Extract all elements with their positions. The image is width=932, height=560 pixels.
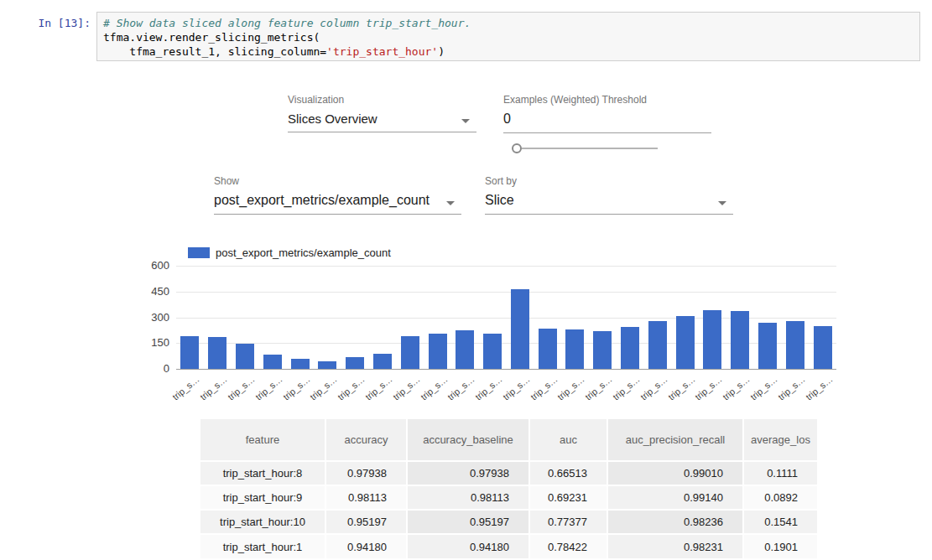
metric-cell: 0.1901 xyxy=(743,534,817,558)
chevron-down-icon xyxy=(461,119,470,123)
metrics-table-head-row: featureaccuracyaccuracy_baselineaucauc_p… xyxy=(200,419,817,461)
metric-cell: 0.97938 xyxy=(407,461,529,485)
metrics-table-body: trip_start_hour:80.979380.979380.665130.… xyxy=(200,461,817,558)
bar[interactable] xyxy=(676,316,695,369)
metric-cell: 0.98236 xyxy=(607,510,743,534)
bar[interactable] xyxy=(621,327,639,369)
column-header: auc xyxy=(529,419,607,461)
bar[interactable] xyxy=(814,326,832,369)
metric-cell: 0.78422 xyxy=(529,534,607,558)
bar[interactable] xyxy=(731,311,749,369)
bar[interactable] xyxy=(263,355,282,369)
input-prompt: In [13]: xyxy=(23,17,91,29)
table-row[interactable]: trip_start_hour:90.981130.981130.692310.… xyxy=(200,485,817,510)
metric-cell: 0.94180 xyxy=(325,534,407,558)
show-select[interactable]: post_export_metrics/example_count xyxy=(214,191,461,215)
y-axis-tick-label: 0 xyxy=(134,362,169,375)
sort-select[interactable]: Slice xyxy=(485,191,733,215)
slider-track[interactable] xyxy=(522,148,658,149)
y-axis-tick-label: 150 xyxy=(134,336,169,349)
column-header: accuracy_baseline xyxy=(407,419,529,461)
code-string: 'trip_start_hour' xyxy=(326,45,438,58)
bar[interactable] xyxy=(401,336,419,369)
bar[interactable] xyxy=(346,357,364,369)
metric-cell: 0.1111 xyxy=(743,461,817,485)
bar-chart-plot: 6004503001500trip_s…trip_s…trip_s…trip_s… xyxy=(176,266,836,369)
feature-cell: trip_start_hour:8 xyxy=(200,461,325,485)
y-axis-tick-label: 450 xyxy=(134,285,169,298)
chart-legend: post_export_metrics/example_count xyxy=(188,246,391,259)
threshold-slider[interactable] xyxy=(512,143,658,153)
sort-value: Slice xyxy=(485,193,514,207)
bar[interactable] xyxy=(703,310,721,369)
metric-cell: 0.77377 xyxy=(529,510,607,534)
visualization-select[interactable]: Slices Overview xyxy=(288,110,476,132)
metric-cell: 0.98231 xyxy=(607,534,743,558)
bar[interactable] xyxy=(318,361,336,369)
metric-cell: 0.0892 xyxy=(743,485,817,510)
metric-cell: 0.94180 xyxy=(407,534,529,558)
column-header: feature xyxy=(200,419,325,461)
threshold-widget: Examples (Weighted) Threshold xyxy=(503,94,711,133)
bar[interactable] xyxy=(208,337,226,369)
table-row[interactable]: trip_start_hour:10.941800.941800.784220.… xyxy=(200,534,817,558)
metrics-table: featureaccuracyaccuracy_baselineaucauc_p… xyxy=(199,419,817,558)
metric-cell: 0.97938 xyxy=(325,461,407,485)
table-row[interactable]: trip_start_hour:100.951970.951970.773770… xyxy=(200,510,817,534)
bar[interactable] xyxy=(236,344,254,369)
bar[interactable] xyxy=(180,336,199,369)
code-cell[interactable]: # Show data sliced along feature column … xyxy=(96,12,920,61)
bar[interactable] xyxy=(429,334,447,369)
table-row[interactable]: trip_start_hour:80.979380.979380.665130.… xyxy=(200,461,817,485)
code-text: tfma_result_1, slicing_column= xyxy=(103,45,326,58)
metric-cell: 0.99140 xyxy=(607,485,743,510)
bar[interactable] xyxy=(593,331,612,369)
visualization-value: Slices Overview xyxy=(288,111,377,126)
legend-swatch-icon xyxy=(188,247,210,258)
bar[interactable] xyxy=(539,329,557,369)
feature-cell: trip_start_hour:10 xyxy=(200,510,325,534)
threshold-input[interactable] xyxy=(503,110,711,133)
show-widget: Show post_export_metrics/example_count xyxy=(214,175,461,215)
column-header: accuracy xyxy=(325,419,407,461)
bar[interactable] xyxy=(565,329,584,369)
show-value: post_export_metrics/example_count xyxy=(214,193,430,207)
y-axis-tick-label: 600 xyxy=(134,259,169,272)
bar[interactable] xyxy=(456,330,474,369)
bar[interactable] xyxy=(758,323,777,369)
bar[interactable] xyxy=(483,334,502,369)
feature-cell: trip_start_hour:9 xyxy=(200,485,325,510)
column-header: auc_precision_recall xyxy=(607,419,743,461)
metric-cell: 0.98113 xyxy=(407,485,529,510)
gridline xyxy=(176,292,836,293)
bar[interactable] xyxy=(511,289,529,369)
visualization-widget: Visualization Slices Overview xyxy=(288,94,476,132)
metric-cell: 0.1541 xyxy=(743,510,817,534)
metric-cell: 0.95197 xyxy=(325,510,407,534)
show-label: Show xyxy=(214,175,461,187)
bar[interactable] xyxy=(786,321,804,369)
metric-cell: 0.66513 xyxy=(529,461,607,485)
metric-cell: 0.95197 xyxy=(407,510,529,534)
threshold-label: Examples (Weighted) Threshold xyxy=(503,94,711,106)
code-comment: # Show data sliced along feature column … xyxy=(103,17,471,29)
code-text: ) xyxy=(438,45,445,58)
chevron-down-icon xyxy=(446,201,455,205)
metric-cell: 0.99010 xyxy=(607,461,743,485)
column-header: average_los xyxy=(743,419,817,461)
bar[interactable] xyxy=(648,321,667,369)
gridline xyxy=(176,266,836,267)
metric-cell: 0.98113 xyxy=(325,485,407,510)
chevron-down-icon xyxy=(718,201,726,205)
visualization-label: Visualization xyxy=(288,94,476,106)
bar[interactable] xyxy=(291,359,310,369)
sort-label: Sort by xyxy=(485,175,733,187)
y-axis-tick-label: 300 xyxy=(134,311,169,324)
code-text: tfma.view.render_slicing_metrics( xyxy=(103,31,320,44)
legend-label: post_export_metrics/example_count xyxy=(216,246,391,259)
feature-cell: trip_start_hour:1 xyxy=(200,534,325,558)
bar[interactable] xyxy=(373,354,392,369)
slider-thumb-icon[interactable] xyxy=(512,143,522,153)
metric-cell: 0.69231 xyxy=(529,485,607,510)
gridline xyxy=(176,369,836,370)
